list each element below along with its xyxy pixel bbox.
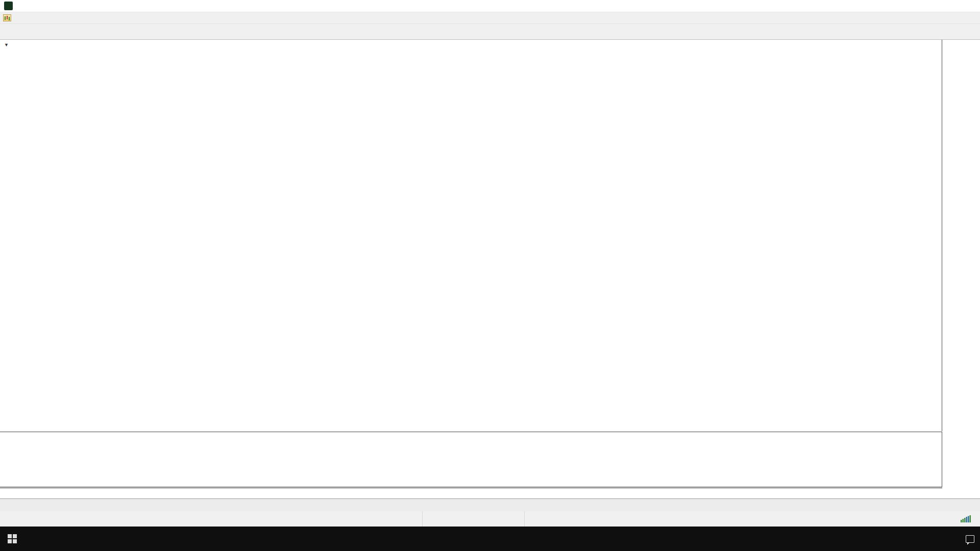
one-click-arrow-icon[interactable]: ▼ (4, 42, 9, 47)
time-axis (0, 488, 942, 498)
start-button[interactable] (0, 527, 24, 551)
status-help-text (0, 511, 423, 527)
price-chart[interactable] (0, 40, 942, 431)
traffic-bars-icon (961, 515, 972, 522)
chart-workspace: ▼ (0, 40, 980, 498)
adx-chart[interactable] (0, 432, 942, 488)
chart-tabs-bar (0, 498, 980, 511)
app-icon (4, 2, 13, 10)
price-axis (943, 40, 980, 488)
main-chart-pane[interactable]: ▼ (0, 40, 942, 431)
menu-bar (0, 12, 980, 24)
notification-center-button[interactable] (960, 535, 980, 543)
mt4-window: ▼ (0, 0, 980, 551)
notification-icon (966, 535, 974, 543)
status-bar (0, 511, 980, 527)
windows-logo-icon (8, 534, 17, 543)
chart-menu-icon[interactable] (3, 14, 11, 21)
symbol-info: ▼ (4, 41, 16, 48)
windows-taskbar (0, 527, 980, 551)
adx-indicator-pane[interactable] (0, 432, 942, 487)
toolbar (0, 24, 980, 40)
language-indicator[interactable] (928, 527, 949, 551)
status-profile (423, 511, 525, 527)
title-bar (0, 0, 980, 12)
status-traffic (956, 511, 980, 527)
